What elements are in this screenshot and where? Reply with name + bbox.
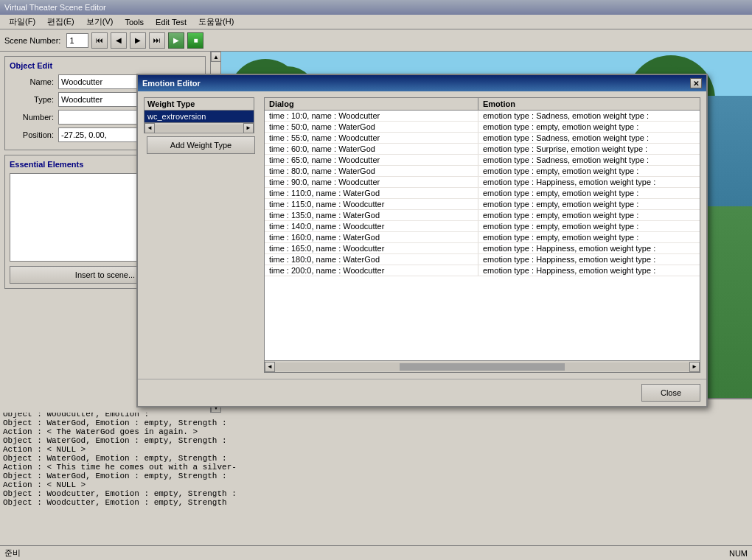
dialog-cell: time : 140:0, name : Woodcutter [265, 221, 478, 231]
emotion-cell: emotion type : empty, emotion weight typ… [478, 210, 700, 220]
status-bar: 준비 NUM [0, 545, 752, 560]
menu-file[interactable]: 파일(F) [3, 15, 41, 29]
menu-edit[interactable]: 편집(E) [41, 15, 80, 29]
weight-scroll-right[interactable]: ► [243, 123, 254, 133]
table-row[interactable]: time : 165:0, name : Woodcutter emotion … [265, 243, 700, 254]
table-scroll-right[interactable]: ► [689, 362, 700, 372]
dialog-body: Weight Type wc_extroversion ◄ ► Add Weig… [138, 91, 706, 379]
next-scene-button[interactable]: ▶ [130, 32, 146, 49]
emotion-cell: emotion type : empty, emotion weight typ… [478, 122, 700, 132]
menu-bar: 파일(F) 편집(E) 보기(V) Tools Edit Test 도움말(H) [0, 15, 752, 29]
play-button[interactable]: ▶ [168, 32, 184, 49]
weight-scroll-track[interactable] [155, 125, 243, 132]
dialog-table-panel: Dialog Emotion time : 10:0, name : Woodc… [264, 97, 700, 373]
weight-type-list: wc_extroversion [145, 111, 254, 122]
emotion-cell: emotion type : Sadness, emotion weight t… [478, 155, 700, 165]
table-row[interactable]: time : 140:0, name : Woodcutter emotion … [265, 221, 700, 232]
first-scene-button[interactable]: ⏮ [91, 32, 108, 49]
last-scene-button[interactable]: ⏭ [149, 32, 165, 49]
emotion-cell: emotion type : Sadness, emotion weight t… [478, 111, 700, 121]
dialog-footer: Close [138, 379, 706, 406]
table-header: Dialog Emotion [265, 98, 700, 111]
table-row[interactable]: time : 115:0, name : Woodcutter emotion … [265, 199, 700, 210]
title-bar: Virtual Theater Scene Editor [0, 0, 752, 15]
toolbar: Scene Number: ⏮ ◀ ▶ ⏭ ▶ ■ [0, 29, 752, 52]
scene-number-label: Scene Number: [4, 36, 60, 45]
menu-edit-test[interactable]: Edit Test [150, 16, 192, 28]
log-line: Action : < This time he comes out with a… [3, 463, 749, 472]
table-row[interactable]: time : 10:0, name : Woodcutter emotion t… [265, 111, 700, 122]
menu-help[interactable]: 도움말(H) [192, 15, 240, 29]
dialog-cell: time : 200:0, name : Woodcutter [265, 265, 478, 276]
log-line: Action : < The WaterGod goes in again. > [3, 427, 749, 436]
weight-type-item[interactable]: wc_extroversion [145, 111, 254, 122]
table-row[interactable]: time : 180:0, name : WaterGod emotion ty… [265, 254, 700, 265]
table-row[interactable]: time : 50:0, name : WaterGod emotion typ… [265, 122, 700, 133]
log-area: Object : Woodcutter, Emotion : Object : … [0, 398, 752, 560]
table-scroll-track[interactable] [275, 363, 689, 371]
emotion-cell: emotion type : Happiness, emotion weight… [478, 243, 700, 253]
dialog-column-header: Dialog [265, 98, 478, 110]
log-line: Object : WaterGod, Emotion : empty, Stre… [3, 436, 749, 445]
weight-type-panel: Weight Type wc_extroversion ◄ ► [144, 97, 254, 133]
status-right: NUM [729, 549, 748, 558]
emotion-cell: emotion type : Happiness, emotion weight… [478, 265, 700, 276]
table-scroll-thumb [400, 363, 565, 371]
emotion-cell: emotion type : empty, emotion weight typ… [478, 221, 700, 231]
status-left: 준비 [4, 547, 729, 559]
number-label: Number: [10, 113, 54, 122]
weight-type-header: Weight Type [145, 98, 254, 111]
weight-scroll-left[interactable]: ◄ [145, 123, 155, 133]
emotion-cell: emotion type : empty, emotion weight typ… [478, 199, 700, 209]
scroll-up-arrow[interactable]: ▲ [211, 52, 221, 62]
dialog-close-button[interactable]: ✕ [690, 78, 702, 88]
table-row[interactable]: time : 110:0, name : WaterGod emotion ty… [265, 188, 700, 199]
dialog-cell: time : 65:0, name : Woodcutter [265, 155, 478, 165]
object-edit-title: Object Edit [10, 61, 201, 70]
menu-tools[interactable]: Tools [119, 16, 150, 28]
dialog-cell: time : 110:0, name : WaterGod [265, 188, 478, 198]
log-line: Object : Woodcutter, Emotion : empty, St… [3, 489, 749, 498]
dialog-title-bar: Emotion Editor ✕ [138, 75, 706, 91]
table-row[interactable]: time : 160:0, name : WaterGod emotion ty… [265, 232, 700, 243]
table-h-scroll[interactable]: ◄ ► [265, 360, 700, 372]
emotion-cell: emotion type : empty, emotion weight typ… [478, 232, 700, 242]
close-dialog-button[interactable]: Close [641, 384, 700, 402]
dialog-cell: time : 50:0, name : WaterGod [265, 122, 478, 132]
app-title: Virtual Theater Scene Editor [4, 3, 106, 12]
emotion-cell: emotion type : Surprise, emotion weight … [478, 144, 700, 154]
log-line: Object : WaterGod, Emotion : empty, Stre… [3, 454, 749, 463]
add-weight-type-button[interactable]: Add Weight Type [147, 136, 255, 154]
emotion-cell: emotion type : Happiness, emotion weight… [478, 177, 700, 187]
dialog-title: Emotion Editor [142, 79, 201, 88]
table-scroll-left[interactable]: ◄ [265, 362, 275, 372]
table-row[interactable]: time : 55:0, name : Woodcutter emotion t… [265, 133, 700, 144]
dialog-cell: time : 115:0, name : Woodcutter [265, 199, 478, 209]
stop-button[interactable]: ■ [187, 32, 203, 49]
prev-scene-button[interactable]: ◀ [111, 32, 127, 49]
type-label: Type: [10, 95, 54, 104]
table-row[interactable]: time : 90:0, name : Woodcutter emotion t… [265, 177, 700, 188]
scene-number-input[interactable] [66, 33, 88, 48]
log-content: Object : Woodcutter, Emotion : Object : … [0, 399, 752, 550]
emotion-cell: emotion type : Sadness, emotion weight t… [478, 133, 700, 143]
menu-view[interactable]: 보기(V) [80, 15, 119, 29]
dialog-cell: time : 80:0, name : WaterGod [265, 166, 478, 176]
weight-h-scroll[interactable]: ◄ ► [145, 122, 254, 133]
table-row[interactable]: time : 60:0, name : WaterGod emotion typ… [265, 144, 700, 155]
log-line: Object : Woodcutter, Emotion : empty, St… [3, 498, 749, 507]
table-row[interactable]: time : 65:0, name : Woodcutter emotion t… [265, 155, 700, 166]
dialog-cell: time : 60:0, name : WaterGod [265, 144, 478, 154]
table-row[interactable]: time : 200:0, name : Woodcutter emotion … [265, 265, 700, 276]
position-label: Position: [10, 130, 54, 139]
log-line: Action : < NULL > [3, 480, 749, 489]
dialog-cell: time : 160:0, name : WaterGod [265, 232, 478, 242]
dialog-cell: time : 10:0, name : Woodcutter [265, 111, 478, 121]
table-row[interactable]: time : 135:0, name : WaterGod emotion ty… [265, 210, 700, 221]
emotion-column-header: Emotion [478, 98, 700, 110]
table-row[interactable]: time : 80:0, name : WaterGod emotion typ… [265, 166, 700, 177]
emotion-editor-dialog: Emotion Editor ✕ Weight Type wc_extrover… [136, 74, 708, 407]
emotion-cell: emotion type : Happiness, emotion weight… [478, 254, 700, 265]
dialog-cell: time : 135:0, name : WaterGod [265, 210, 478, 220]
log-line: Action : < NULL > [3, 445, 749, 454]
